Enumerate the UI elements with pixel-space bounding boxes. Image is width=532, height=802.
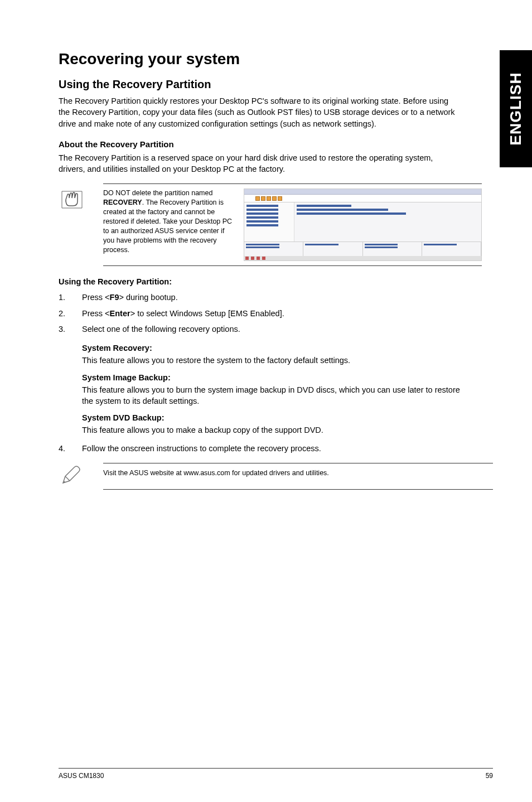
section-heading: Using the Recovery Partition (59, 78, 493, 91)
option-system-recovery: System Recovery: This feature allows you… (82, 344, 493, 366)
step-number: 2. (59, 308, 82, 319)
steps-list-continued: 4. Follow the onscreen instructions to c… (59, 443, 493, 454)
step-number: 1. (59, 292, 82, 303)
warning-text: DO NOT delete the partition named RECOVE… (103, 189, 237, 261)
tip-note: Visit the ASUS website at www.asus.com f… (59, 463, 493, 490)
option-body: This feature allows you to make a backup… (82, 424, 493, 436)
option-system-image-backup: System Image Backup: This feature allows… (82, 373, 493, 407)
step-2: 2. Press <Enter> to select Windows Setup… (59, 308, 493, 319)
option-title: System DVD Backup: (82, 413, 493, 422)
language-tab: ENGLISH (500, 50, 532, 167)
option-title: System Image Backup: (82, 373, 493, 382)
subsection-heading: About the Recovery Partition (59, 139, 493, 149)
intro-paragraph: The Recovery Partition quickly restores … (59, 95, 493, 129)
option-system-dvd-backup: System DVD Backup: This feature allows y… (82, 413, 493, 436)
step-body: Select one of the following recovery opt… (82, 323, 493, 335)
page-footer: ASUS CM1830 59 (59, 768, 493, 780)
page-content: ENGLISH Recovering your system Using the… (0, 0, 532, 802)
step-number: 3. (59, 323, 82, 335)
footer-page-number: 59 (486, 772, 493, 780)
warning-text-post: . The Recovery Partition is created at t… (103, 199, 232, 253)
option-title: System Recovery: (82, 344, 493, 352)
disk-management-screenshot (244, 189, 482, 261)
language-tab-text: ENGLISH (507, 72, 525, 145)
step-number: 4. (59, 443, 82, 454)
warning-text-pre: DO NOT delete the partition named (103, 189, 212, 197)
step-body: Follow the onscreen instructions to comp… (82, 443, 493, 454)
option-body: This feature allows you to burn the syst… (82, 384, 493, 407)
tip-text: Visit the ASUS website at www.asus.com f… (103, 463, 493, 490)
using-partition-heading: Using the Recovery Partition: (59, 277, 493, 286)
step-1: 1. Press <F9> during bootup. (59, 292, 493, 303)
warning-content-row: DO NOT delete the partition named RECOVE… (103, 183, 482, 266)
option-body: This feature allows you to restore the s… (82, 355, 493, 366)
main-heading: Recovering your system (59, 50, 493, 68)
warning-text-bold: RECOVERY (103, 199, 142, 206)
step-3: 3. Select one of the following recovery … (59, 323, 493, 335)
about-paragraph: The Recovery Partition is a reserved spa… (59, 152, 493, 175)
footer-model: ASUS CM1830 (59, 772, 104, 780)
step-4: 4. Follow the onscreen instructions to c… (59, 443, 493, 454)
steps-list: 1. Press <F9> during bootup. 2. Press <E… (59, 292, 493, 335)
warning-hand-icon (59, 183, 92, 266)
pencil-icon (59, 463, 92, 490)
step-body: Press <Enter> to select Windows Setup [E… (82, 308, 493, 319)
step-body: Press <F9> during bootup. (82, 292, 493, 303)
warning-note: DO NOT delete the partition named RECOVE… (59, 183, 493, 266)
